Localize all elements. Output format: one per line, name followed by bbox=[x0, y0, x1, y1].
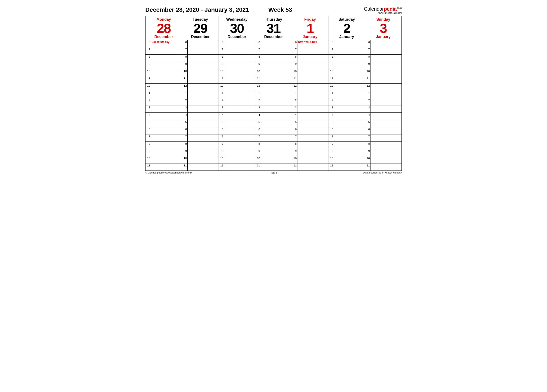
hour-cell[interactable]: 10 bbox=[292, 69, 328, 76]
hour-cell[interactable]: 8 bbox=[182, 55, 219, 62]
hour-cell[interactable]: 6 bbox=[292, 127, 328, 134]
hour-cell[interactable]: 12 bbox=[365, 84, 402, 91]
hour-cell[interactable]: 6 bbox=[365, 127, 402, 134]
hour-cell[interactable]: 10 bbox=[255, 156, 292, 163]
hour-cell[interactable]: 7 bbox=[145, 47, 182, 55]
hour-cell[interactable]: 2 bbox=[365, 98, 402, 106]
hour-cell[interactable]: 6 bbox=[255, 40, 292, 47]
hour-cell[interactable]: 10 bbox=[292, 156, 328, 163]
hour-cell[interactable]: 5 bbox=[255, 120, 292, 127]
hour-cell[interactable]: 5 bbox=[328, 120, 365, 127]
hour-cell[interactable]: 9 bbox=[255, 62, 292, 69]
hour-cell[interactable]: 12 bbox=[182, 84, 219, 91]
hour-cell[interactable]: 2 bbox=[328, 98, 365, 106]
hour-cell[interactable]: 1 bbox=[328, 91, 365, 98]
hour-cell[interactable]: 11 bbox=[328, 76, 365, 84]
hour-cell[interactable]: 9 bbox=[219, 149, 255, 156]
hour-cell[interactable]: 10 bbox=[219, 69, 255, 76]
hour-cell[interactable]: 4 bbox=[328, 113, 365, 120]
hour-cell[interactable]: 11 bbox=[328, 163, 365, 171]
hour-cell[interactable]: 6New Year's Day bbox=[292, 40, 328, 47]
hour-cell[interactable]: 1 bbox=[182, 91, 219, 98]
hour-cell[interactable]: 12 bbox=[328, 84, 365, 91]
hour-cell[interactable]: 8 bbox=[145, 142, 182, 149]
hour-cell[interactable]: 9 bbox=[292, 62, 328, 69]
hour-cell[interactable]: 7 bbox=[219, 134, 255, 142]
hour-cell[interactable]: 11 bbox=[365, 76, 402, 84]
hour-cell[interactable]: 6 bbox=[255, 127, 292, 134]
hour-cell[interactable]: 11 bbox=[292, 163, 328, 171]
hour-cell[interactable]: 9 bbox=[365, 149, 402, 156]
hour-cell[interactable]: 8 bbox=[328, 142, 365, 149]
hour-cell[interactable]: 11 bbox=[255, 163, 292, 171]
hour-cell[interactable]: 9 bbox=[145, 149, 182, 156]
hour-cell[interactable]: 7 bbox=[365, 47, 402, 55]
hour-cell[interactable]: 2 bbox=[255, 98, 292, 106]
hour-cell[interactable]: 10 bbox=[182, 156, 219, 163]
hour-cell[interactable]: 5 bbox=[182, 120, 219, 127]
hour-cell[interactable]: 10 bbox=[328, 69, 365, 76]
hour-cell[interactable]: 4 bbox=[145, 113, 182, 120]
hour-cell[interactable]: 1 bbox=[292, 91, 328, 98]
hour-cell[interactable]: 3 bbox=[365, 106, 402, 113]
hour-cell[interactable]: 7 bbox=[182, 47, 219, 55]
hour-cell[interactable]: 1 bbox=[145, 91, 182, 98]
hour-cell[interactable]: 10 bbox=[328, 156, 365, 163]
hour-cell[interactable]: 8 bbox=[255, 142, 292, 149]
hour-cell[interactable]: 11 bbox=[145, 76, 182, 84]
hour-cell[interactable]: 2 bbox=[219, 98, 255, 106]
hour-cell[interactable]: 7 bbox=[328, 134, 365, 142]
hour-cell[interactable]: 8 bbox=[219, 142, 255, 149]
hour-cell[interactable]: 7 bbox=[219, 47, 255, 55]
hour-cell[interactable]: 6 bbox=[219, 127, 255, 134]
hour-cell[interactable]: 11 bbox=[219, 163, 255, 171]
hour-cell[interactable]: 4 bbox=[219, 113, 255, 120]
hour-cell[interactable]: 7 bbox=[292, 134, 328, 142]
hour-cell[interactable]: 9 bbox=[182, 149, 219, 156]
hour-cell[interactable]: 1 bbox=[219, 91, 255, 98]
hour-cell[interactable]: 4 bbox=[255, 113, 292, 120]
hour-cell[interactable]: 10 bbox=[255, 69, 292, 76]
hour-cell[interactable]: 8 bbox=[255, 55, 292, 62]
hour-cell[interactable]: 6 bbox=[365, 40, 402, 47]
hour-cell[interactable]: 10 bbox=[145, 156, 182, 163]
hour-cell[interactable]: 8 bbox=[182, 142, 219, 149]
hour-cell[interactable]: 5 bbox=[145, 120, 182, 127]
hour-cell[interactable]: 7 bbox=[182, 134, 219, 142]
hour-cell[interactable]: 10 bbox=[182, 69, 219, 76]
hour-cell[interactable]: 2 bbox=[145, 98, 182, 106]
hour-cell[interactable]: 10 bbox=[365, 156, 402, 163]
hour-cell[interactable]: 7 bbox=[365, 134, 402, 142]
hour-cell[interactable]: 6 bbox=[145, 127, 182, 134]
hour-cell[interactable]: 11 bbox=[145, 163, 182, 171]
hour-cell[interactable]: 8 bbox=[292, 142, 328, 149]
hour-cell[interactable]: 5 bbox=[219, 120, 255, 127]
hour-cell[interactable]: 3 bbox=[145, 106, 182, 113]
hour-cell[interactable]: 9 bbox=[292, 149, 328, 156]
hour-cell[interactable]: 7 bbox=[255, 47, 292, 55]
hour-cell[interactable]: 10 bbox=[219, 156, 255, 163]
hour-cell[interactable]: 6 bbox=[328, 127, 365, 134]
hour-cell[interactable]: 5 bbox=[365, 120, 402, 127]
hour-cell[interactable]: 2 bbox=[182, 98, 219, 106]
hour-cell[interactable]: 12 bbox=[255, 84, 292, 91]
hour-cell[interactable]: 7 bbox=[328, 47, 365, 55]
hour-cell[interactable]: 12 bbox=[145, 84, 182, 91]
hour-cell[interactable]: 3 bbox=[255, 106, 292, 113]
hour-cell[interactable]: 7 bbox=[145, 134, 182, 142]
hour-cell[interactable]: 3 bbox=[219, 106, 255, 113]
hour-cell[interactable]: 9 bbox=[182, 62, 219, 69]
hour-cell[interactable]: 11 bbox=[292, 76, 328, 84]
hour-cell[interactable]: 9 bbox=[365, 62, 402, 69]
hour-cell[interactable]: 4 bbox=[365, 113, 402, 120]
hour-cell[interactable]: 4 bbox=[292, 113, 328, 120]
hour-cell[interactable]: 8 bbox=[365, 55, 402, 62]
hour-cell[interactable]: 6 bbox=[219, 40, 255, 47]
hour-cell[interactable]: 10 bbox=[145, 69, 182, 76]
hour-cell[interactable]: 6 bbox=[182, 127, 219, 134]
hour-cell[interactable]: 11 bbox=[219, 76, 255, 84]
hour-cell[interactable]: 12 bbox=[292, 84, 328, 91]
hour-cell[interactable]: 8 bbox=[145, 55, 182, 62]
hour-cell[interactable]: 9 bbox=[145, 62, 182, 69]
hour-cell[interactable]: 11 bbox=[182, 163, 219, 171]
